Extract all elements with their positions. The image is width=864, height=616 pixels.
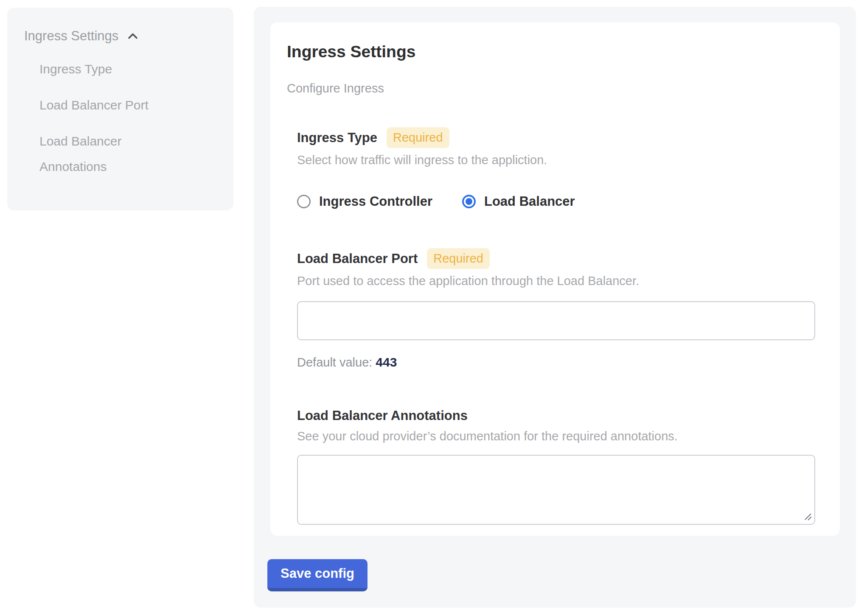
- sidebar-item-ingress-type[interactable]: Ingress Type: [39, 56, 180, 82]
- resize-handle-icon[interactable]: [802, 511, 813, 521]
- page-subtitle: Configure Ingress: [287, 80, 815, 97]
- load-balancer-port-input[interactable]: [297, 301, 815, 340]
- radio-label: Load Balancer: [484, 194, 575, 209]
- radio-option-ingress-controller[interactable]: Ingress Controller: [297, 194, 432, 209]
- save-config-button[interactable]: Save config: [267, 559, 367, 591]
- ingress-type-description: Select how traffic will ingress to the a…: [297, 151, 815, 168]
- chevron-up-icon: [125, 28, 140, 44]
- ingress-type-section: Ingress Type Required Select how traffic…: [297, 127, 815, 209]
- load-balancer-annotations-section: Load Balancer Annotations See your cloud…: [297, 407, 815, 525]
- default-value-label: Default value:: [297, 356, 372, 369]
- radio-checked-icon[interactable]: [462, 195, 476, 208]
- sidebar-item-list: Ingress Type Load Balancer Port Load Bal…: [24, 56, 221, 179]
- load-balancer-port-description: Port used to access the application thro…: [297, 272, 815, 289]
- default-value: 443: [376, 355, 397, 369]
- radio-option-load-balancer[interactable]: Load Balancer: [462, 194, 575, 209]
- radio-label: Ingress Controller: [319, 194, 432, 209]
- ingress-settings-card: Ingress Settings Configure Ingress Ingre…: [270, 22, 840, 536]
- settings-sidebar: Ingress Settings Ingress Type Load Balan…: [7, 8, 233, 210]
- ingress-type-radio-group: Ingress Controller Load Balancer: [297, 194, 815, 209]
- sidebar-item-load-balancer-port[interactable]: Load Balancer Port: [39, 92, 180, 118]
- load-balancer-annotations-textarea[interactable]: [297, 455, 815, 525]
- required-badge: Required: [387, 127, 449, 148]
- default-value-line: Default value:443: [297, 354, 815, 371]
- sidebar-section-label: Ingress Settings: [24, 26, 118, 45]
- load-balancer-annotations-label: Load Balancer Annotations: [297, 407, 468, 424]
- ingress-type-label: Ingress Type: [297, 129, 377, 146]
- load-balancer-port-section: Load Balancer Port Required Port used to…: [297, 248, 815, 371]
- required-badge: Required: [427, 248, 490, 269]
- page-title: Ingress Settings: [287, 42, 815, 62]
- load-balancer-annotations-description: See your cloud provider’s documentation …: [297, 428, 815, 445]
- radio-unchecked-icon[interactable]: [297, 195, 311, 208]
- sidebar-section-ingress-settings[interactable]: Ingress Settings: [24, 26, 221, 45]
- load-balancer-port-label: Load Balancer Port: [297, 250, 418, 267]
- sidebar-item-load-balancer-annotations[interactable]: Load Balancer Annotations: [39, 129, 180, 179]
- main-panel: Ingress Settings Configure Ingress Ingre…: [254, 7, 856, 608]
